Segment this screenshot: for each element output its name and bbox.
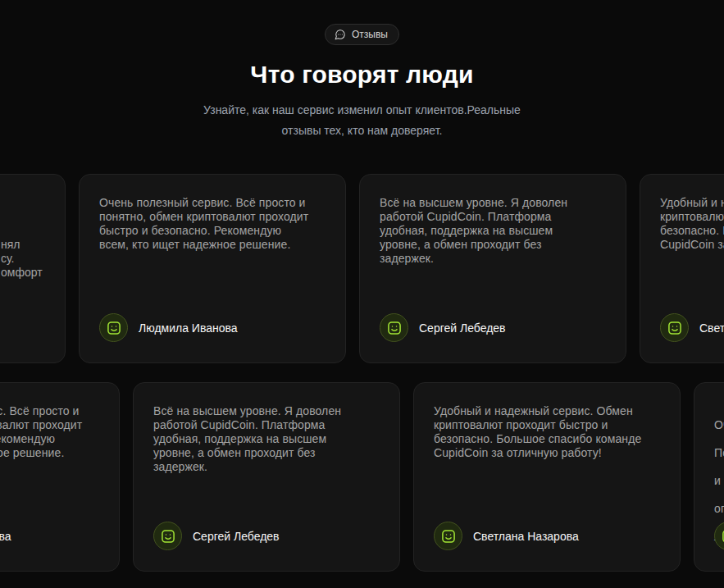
text-fragment: Оч — [714, 418, 724, 432]
avatar — [153, 522, 182, 550]
testimonial-text: Удобный и надежный сервис. Обмен криптов… — [434, 404, 660, 460]
avatar — [714, 522, 724, 550]
testimonial-author: Сергей Лебедев — [153, 522, 280, 550]
testimonial-card-clipped-right: Оч По и в оп ли — [694, 382, 724, 572]
testimonial-author: Людмила Иванова — [0, 522, 11, 550]
testimonial-text: Удобный и надежный сервис. Обмен криптов… — [660, 196, 724, 252]
testimonial-author — [714, 522, 724, 550]
avatar — [99, 313, 128, 342]
reviewer-name: Людмила Иванова — [139, 321, 238, 335]
testimonials-section: Отзывы Что говорят люди Узнайте, как наш… — [0, 0, 724, 588]
avatar — [660, 313, 689, 342]
testimonial-card: Всё на высшем уровне. Я доволен работой … — [359, 174, 626, 363]
testimonial-card: Удобный и надежный сервис. Обмен криптов… — [640, 174, 724, 363]
testimonial-card: Всё на высшем уровне. Я доволен работой … — [133, 382, 400, 572]
testimonial-author: Людмила Иванова — [99, 313, 238, 342]
avatar — [434, 522, 462, 550]
section-header: Отзывы Что говорят люди Узнайте, как наш… — [0, 0, 724, 141]
testimonial-card: Удобный и надежный сервис. Обмен криптов… — [413, 382, 681, 572]
testimonial-card-clipped-left: нял су. омфорт — [0, 174, 66, 363]
testimonial-text: Очень полезный сервис. Всё просто и поня… — [0, 404, 99, 460]
text-fragment: и в — [714, 474, 724, 488]
testimonial-text: Очень полезный сервис. Всё просто и поня… — [99, 196, 326, 252]
testimonial-author: Светлана Назарова — [434, 522, 579, 550]
text-fragment: оп — [714, 502, 724, 516]
smiley-icon — [440, 528, 457, 545]
smiley-icon — [667, 320, 683, 336]
testimonial-card: Очень полезный сервис. Всё просто и поня… — [0, 382, 120, 572]
text-fragment: су. — [1, 252, 43, 266]
reviews-badge-label: Отзывы — [352, 29, 388, 40]
testimonial-text: Всё на высшем уровне. Я доволен работой … — [380, 196, 606, 266]
smiley-icon — [721, 528, 724, 545]
testimonial-text: Всё на высшем уровне. Я доволен работой … — [153, 404, 380, 474]
section-subtitle: Узнайте, как наш сервис изменил опыт кли… — [190, 100, 535, 141]
testimonials-row-bottom: Очень полезный сервис. Всё просто и поня… — [0, 382, 724, 572]
testimonial-author: Сергей Лебедев — [380, 313, 506, 342]
reviews-badge: Отзывы — [325, 24, 399, 45]
smiley-icon — [106, 320, 122, 336]
smiley-icon — [160, 528, 176, 545]
section-title: Что говорят люди — [0, 62, 724, 88]
text-fragment: омфорт — [1, 266, 43, 280]
message-bubble-dots-icon — [335, 29, 346, 40]
testimonial-author: Светлана Назарова — [660, 313, 724, 342]
avatar — [380, 313, 408, 342]
reviewer-name: Светлана Назарова — [699, 321, 724, 335]
reviewer-name: Людмила Иванова — [0, 530, 11, 543]
text-fragment: нял — [1, 238, 43, 252]
testimonial-card: Очень полезный сервис. Всё просто и поня… — [79, 174, 346, 363]
reviewer-name: Сергей Лебедев — [419, 321, 506, 335]
reviewer-name: Сергей Лебедев — [193, 530, 280, 543]
reviewer-name: Светлана Назарова — [473, 530, 579, 543]
smiley-icon — [386, 320, 403, 336]
testimonials-row-top: нял су. омфорт Очень полезный сервис. Вс… — [0, 174, 724, 363]
testimonial-text: нял су. омфорт — [1, 238, 43, 280]
text-fragment: По — [714, 446, 724, 460]
